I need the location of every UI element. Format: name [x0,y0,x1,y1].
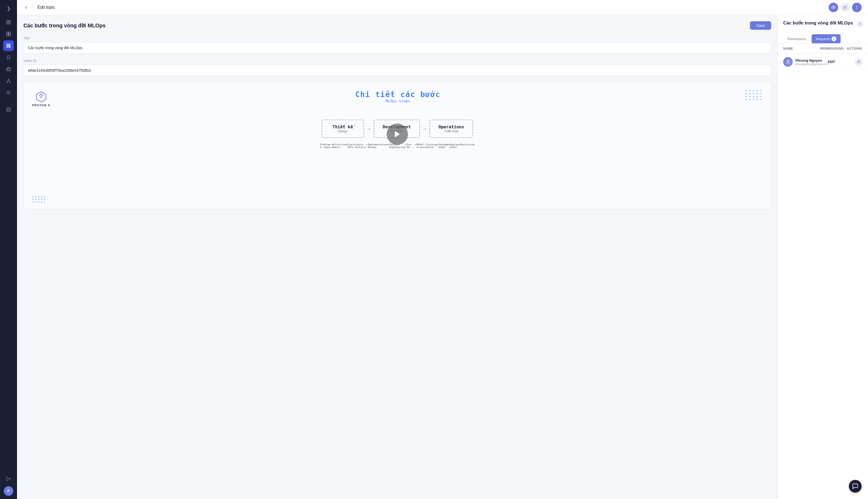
proton-logo: PROTON X [32,90,50,107]
avatar [783,57,793,67]
user-avatar[interactable]: P [4,486,13,496]
collapse-icon: ❯ [7,5,11,11]
video-id-field-group: Video ID [23,59,771,76]
svg-rect-0 [7,21,8,22]
svg-line-15 [7,80,9,82]
right-panel-title: Các bước trong vòng đời MLOps [783,20,853,26]
svg-point-14 [10,82,10,83]
flow-box-ops-title: Operations [439,124,464,130]
permission-badge: EDIT [828,60,854,64]
main-area: Edit topic [17,0,868,499]
sidebar-item-database[interactable] [3,105,14,115]
sidebar-item-list[interactable] [3,87,14,98]
sidebar-item-active[interactable] [3,40,14,51]
flow-arrow-2: → [422,126,427,132]
step-8: Deploymodel [450,143,459,148]
header-actions [829,3,861,12]
svg-point-30 [858,60,859,62]
svg-rect-9 [7,46,10,46]
col-permissions: Permissions [820,47,847,50]
title-field-group: Title [23,36,771,53]
table-row: Phuong Nguyen phuongntt.ai@gmail.com EDI… [778,54,868,70]
sidebar-bottom: P [3,474,14,496]
sidebar: ❯ [0,0,17,499]
sidebar-item-nodes[interactable] [3,75,14,86]
video-subtitle: MLOps steps [50,99,746,103]
close-panel-button[interactable] [856,20,864,28]
dots-decoration [746,90,762,100]
sidebar-collapse-button[interactable]: ❯ [3,3,14,14]
flow-box-design: Thiết kế Design [321,120,364,138]
sidebar-item-badge[interactable] [3,64,14,74]
video-preview: PROTON X Chi tiết các bước MLOps steps [23,81,771,209]
right-panel: Các bước trong vòng đời MLOps Permission… [777,15,868,499]
header-divider [33,4,33,11]
svg-point-20 [7,108,10,109]
play-button[interactable] [387,124,408,145]
chat-bubble-button[interactable] [849,480,861,492]
step-6: Model training& evaluation [417,143,437,148]
svg-point-22 [833,7,834,8]
svg-rect-6 [7,34,9,36]
right-panel-header: Các bước trong vòng đời MLOps Permission… [778,15,868,44]
col-name: Name [783,47,820,50]
requests-badge: 1 [832,36,836,41]
table-header: Name Permissions Actions [778,44,868,54]
flow-diagram: Thiết kế Design → Development Phát triển… [32,120,762,148]
permissions-table: Name Permissions Actions Phuong Ng [778,44,868,499]
menu-button[interactable] [852,3,861,12]
title-label: Title [23,36,771,40]
user-details: Phuong Nguyen phuongntt.ai@gmail.com [795,59,828,65]
svg-rect-7 [9,34,11,36]
step-9: Monitoring [460,143,474,148]
user-action-button[interactable] [854,58,863,66]
flow-arrow-1: → [366,126,371,132]
flow-box-design-title: Thiết kế [331,124,355,130]
content-body: Các bước trong vòng đời MLOps Save Title… [17,15,868,499]
sidebar-item-table[interactable] [3,17,14,28]
video-id-label: Video ID [23,59,771,63]
sidebar-item-grid[interactable] [3,29,14,39]
video-main-title: Chi tiết các bước [50,90,746,99]
page-title: Edit topic [37,5,824,10]
video-id-input[interactable] [23,65,771,76]
flow-box-ops: Operations Triển khai [429,120,473,138]
svg-point-29 [787,60,789,62]
preview-button[interactable] [829,3,838,12]
topic-name: Các bước trong vòng đời MLOps [23,22,106,29]
topic-header: Các bước trong vòng đời MLOps Save [23,21,771,30]
svg-rect-11 [7,68,11,71]
svg-line-16 [9,80,10,82]
sidebar-item-logout[interactable] [3,474,14,484]
svg-rect-3 [9,23,10,24]
page-header: Edit topic [17,0,868,15]
flow-box-design-sub: Design [331,130,355,133]
tab-requests[interactable]: Requests 1 [812,34,841,43]
svg-rect-4 [7,32,9,34]
video-inner: PROTON X Chi tiết các bước MLOps steps [24,82,771,209]
step-3: ImplementationDesign [368,143,388,148]
svg-rect-2 [7,23,8,24]
save-button[interactable]: Save [750,21,771,30]
user-email: phuongntt.ai@gmail.com [795,62,828,65]
user-info: Phuong Nguyen phuongntt.ai@gmail.com [783,57,828,67]
svg-point-12 [8,79,9,80]
step-1: Problem definition& requirements [320,143,346,148]
svg-marker-26 [395,131,400,137]
user-name: Phuong Nguyen [795,59,828,62]
step-7: Packagemodel [438,143,448,148]
proton-logo-text: PROTON X [32,104,50,107]
svg-rect-8 [7,44,10,45]
bottom-dots-decoration [32,196,46,203]
edit-button[interactable] [840,3,850,12]
svg-rect-5 [9,32,11,34]
sidebar-item-bookmark[interactable] [3,52,14,63]
col-actions: Actions [847,47,863,50]
video-heading: Chi tiết các bước MLOps steps [50,90,746,103]
svg-rect-1 [9,21,10,22]
tabs: Permissions Requests 1 [783,34,863,43]
editor-panel: Các bước trong vòng đời MLOps Save Title… [17,15,777,499]
tab-permissions[interactable]: Permissions [783,34,811,43]
title-input[interactable] [23,42,771,53]
back-button[interactable] [23,5,29,10]
